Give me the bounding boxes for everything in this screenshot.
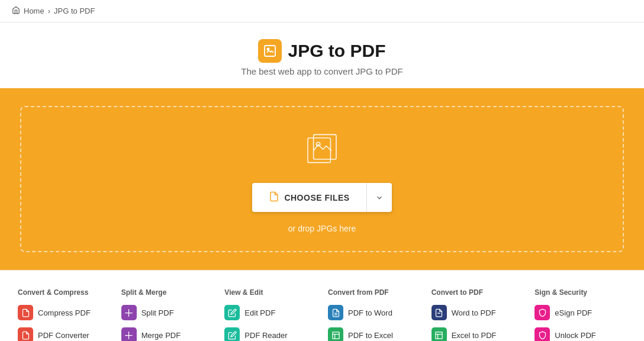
svg-rect-9 [436, 332, 442, 338]
tool-label: Unlock PDF [555, 331, 595, 340]
tool-item[interactable]: Compress PDF [18, 305, 110, 320]
home-icon [12, 6, 20, 16]
tool-icon [534, 327, 550, 341]
breadcrumb: Home › JPG to PDF [0, 0, 644, 22]
tool-icon [18, 327, 33, 341]
choose-files-dropdown[interactable] [366, 183, 392, 212]
tools-column-title: Convert from PDF [328, 288, 420, 297]
tool-label: Merge PDF [141, 331, 181, 340]
svg-rect-7 [332, 332, 339, 338]
tool-label: eSign PDF [555, 308, 592, 317]
tool-label: PDF to Excel [348, 331, 393, 340]
breadcrumb-home[interactable]: Home [24, 7, 44, 15]
tool-item[interactable]: Edit PDF [224, 305, 316, 320]
tools-column: Convert from PDFPDF to WordPDF to Excel [322, 288, 426, 341]
tool-icon [18, 305, 33, 320]
tool-item[interactable]: Merge PDF [121, 327, 213, 341]
tool-label: PDF Reader [244, 331, 287, 340]
tool-item[interactable]: Split PDF [121, 305, 213, 320]
tool-icon [121, 305, 137, 320]
choose-files-label: CHOOSE FILES [284, 193, 349, 202]
page-title: JPG to PDF [288, 41, 385, 61]
tool-item[interactable]: PDF to Word [328, 305, 420, 320]
tool-item[interactable]: Excel to PDF [432, 327, 523, 341]
tool-label: Edit PDF [244, 308, 275, 317]
tool-icon [121, 327, 137, 341]
page-header: JPG to PDF The best web app to convert J… [0, 22, 644, 88]
tool-item[interactable]: Word to PDF [432, 305, 523, 320]
tools-column-title: View & Edit [224, 288, 316, 297]
file-icon [269, 191, 279, 204]
tool-icon [328, 327, 343, 341]
svg-point-1 [268, 49, 269, 50]
tool-label: PDF Converter [38, 331, 89, 340]
tool-icon [328, 305, 343, 320]
tool-icon [534, 305, 550, 320]
page-subtitle: The best web app to convert JPG to PDF [12, 66, 632, 76]
tool-label: Word to PDF [452, 308, 496, 317]
tools-column: View & EditEdit PDFPDF Reader [218, 288, 322, 341]
tool-item[interactable]: eSign PDF [534, 305, 626, 320]
choose-files-button[interactable]: CHOOSE FILES [252, 183, 366, 212]
tool-label: Split PDF [141, 308, 174, 317]
tools-column: Convert to PDFWord to PDFExcel to PDF [426, 288, 529, 341]
tools-section: Convert & CompressCompress PDFPDF Conver… [0, 271, 644, 341]
tool-item[interactable]: Unlock PDF [534, 327, 626, 341]
tool-icon [224, 327, 240, 341]
tool-item[interactable]: PDF Reader [224, 327, 316, 341]
tool-label: Compress PDF [38, 308, 91, 317]
dropzone[interactable]: CHOOSE FILES or drop JPGs here [20, 106, 624, 252]
tool-item[interactable]: PDF to Excel [328, 327, 420, 341]
drop-hint: or drop JPGs here [288, 224, 356, 233]
tool-item[interactable]: PDF Converter [18, 327, 110, 341]
tool-label: Excel to PDF [452, 331, 497, 340]
tools-column: Split & MergeSplit PDFMerge PDF [115, 288, 219, 341]
tool-icon [432, 327, 447, 341]
tools-column-title: Sign & Security [534, 288, 626, 297]
tools-column: Sign & SecurityeSign PDFUnlock PDF [529, 288, 632, 341]
tools-column-title: Convert & Compress [18, 288, 110, 297]
tools-column: Convert & CompressCompress PDFPDF Conver… [12, 288, 115, 341]
app-icon [258, 39, 282, 63]
choose-files-group: CHOOSE FILES [252, 183, 391, 212]
tools-grid: Convert & CompressCompress PDFPDF Conver… [12, 288, 632, 341]
breadcrumb-separator: › [48, 7, 50, 15]
tools-column-title: Split & Merge [121, 288, 213, 297]
tool-icon [432, 305, 447, 320]
dropzone-wrapper: CHOOSE FILES or drop JPGs here [0, 88, 644, 270]
drop-image-icon [303, 131, 341, 171]
tools-column-title: Convert to PDF [432, 288, 523, 297]
tool-label: PDF to Word [348, 308, 392, 317]
breadcrumb-current: JPG to PDF [54, 7, 95, 15]
tool-icon [224, 305, 240, 320]
